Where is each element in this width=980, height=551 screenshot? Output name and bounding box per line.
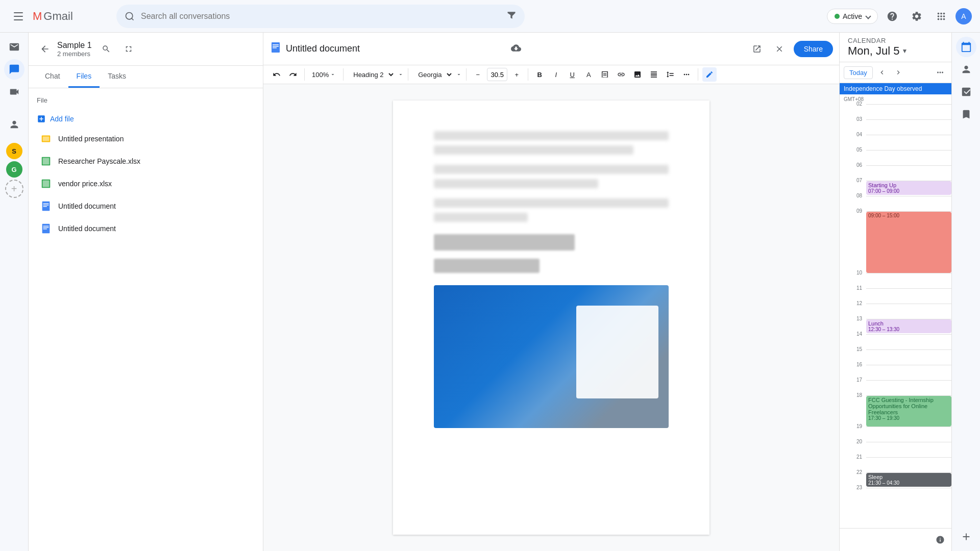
right-nav-tasks-icon[interactable]: [956, 82, 976, 102]
file-more-1[interactable]: [238, 154, 253, 168]
sidebar-tabs: Chat Files Tasks: [29, 66, 263, 88]
underline-button[interactable]: U: [565, 67, 579, 82]
svg-rect-8: [43, 204, 49, 204]
italic-button[interactable]: I: [549, 67, 563, 82]
time-label-09: 09: [840, 208, 866, 214]
insert-image-button[interactable]: [630, 67, 645, 82]
more-options-button[interactable]: [679, 67, 694, 82]
cal-info-button[interactable]: [933, 533, 947, 547]
tab-files[interactable]: Files: [68, 66, 100, 88]
file-item-3[interactable]: Untitled document: [37, 195, 255, 217]
search-input[interactable]: [141, 12, 500, 21]
doc-open-external-button[interactable]: [747, 39, 767, 59]
cal-next-button[interactable]: [891, 65, 905, 80]
share-button[interactable]: Share: [794, 41, 833, 57]
redo-button[interactable]: [286, 67, 300, 82]
file-more-4[interactable]: [238, 221, 253, 236]
event-time-lunch: 12:30 – 13:30: [868, 327, 949, 332]
cal-prev-button[interactable]: [875, 65, 889, 80]
right-nav-plus-icon[interactable]: [956, 527, 976, 547]
font-size-increase-button[interactable]: +: [509, 67, 524, 82]
event-sleep[interactable]: Sleep 21:30 – 04:30: [866, 473, 951, 487]
svg-rect-13: [43, 227, 49, 228]
file-move-2[interactable]: [222, 177, 236, 191]
holiday-bar[interactable]: Independence Day observed: [840, 83, 951, 94]
text-color-button[interactable]: A: [581, 67, 596, 82]
time-label-05: 05: [840, 147, 866, 153]
event-0900-1500[interactable]: 09:00 – 15:00: [866, 212, 951, 273]
svg-rect-9: [43, 205, 49, 205]
cal-today-button[interactable]: Today: [844, 66, 873, 79]
cal-timeline: GMT+08 02 03 04 05 06: [840, 94, 951, 528]
back-button[interactable]: [37, 41, 53, 57]
nav-workspace-g[interactable]: G: [6, 161, 22, 178]
help-button[interactable]: [882, 6, 902, 27]
apps-button[interactable]: [931, 6, 951, 27]
cal-more-button[interactable]: [933, 65, 947, 80]
tab-tasks[interactable]: Tasks: [100, 66, 134, 88]
tab-chat[interactable]: Chat: [37, 66, 68, 88]
doc-content[interactable]: [263, 84, 839, 551]
search-options-icon[interactable]: [506, 10, 517, 22]
right-nav-calendar-icon[interactable]: [956, 37, 976, 57]
file-item-2[interactable]: vendor price.xlsx: [37, 172, 255, 195]
event-time-sleep: 21:30 – 04:30: [868, 480, 949, 486]
zoom-display[interactable]: 100%: [309, 67, 339, 82]
nav-people-icon[interactable]: [4, 114, 24, 135]
event-fcc[interactable]: FCC Guesting - Internship Opportunities …: [866, 396, 951, 427]
font-size-decrease-button[interactable]: −: [471, 67, 485, 82]
file-more-3[interactable]: [238, 199, 253, 213]
font-size-input[interactable]: [487, 68, 507, 81]
doc-close-button[interactable]: [769, 39, 790, 59]
align-button[interactable]: [647, 67, 661, 82]
highlight-button[interactable]: [598, 67, 612, 82]
event-lunch[interactable]: Lunch 12:30 – 13:30: [866, 319, 951, 333]
doc-title[interactable]: Untitled document: [286, 43, 503, 54]
account-avatar[interactable]: A: [955, 8, 972, 24]
undo-button[interactable]: [270, 67, 284, 82]
font-select[interactable]: Georgia: [412, 67, 454, 82]
calendar-sidebar: CALENDAR Mon, Jul 5 ▼ Today Independence…: [839, 33, 951, 551]
content-line-1: [434, 131, 669, 140]
sidebar-search-button[interactable]: [96, 39, 116, 59]
file-item-0[interactable]: Untitled presentation: [37, 128, 255, 150]
cal-header: CALENDAR Mon, Jul 5 ▼: [840, 33, 951, 62]
nav-meet-icon[interactable]: [4, 82, 24, 102]
search-bar[interactable]: [116, 5, 525, 28]
event-starting-up[interactable]: Starting Up 07:00 – 09:00: [866, 181, 951, 195]
file-move-3[interactable]: [222, 199, 236, 213]
time-slot-09: 09 09:00 – 15:00: [840, 211, 951, 273]
right-nav-contacts-icon[interactable]: [956, 59, 976, 80]
file-name-0: Untitled presentation: [58, 135, 217, 143]
gmail-logo[interactable]: M Gmail: [33, 10, 73, 23]
bold-button[interactable]: B: [532, 67, 547, 82]
active-status-badge[interactable]: Active: [827, 9, 878, 24]
time-line-08: [866, 196, 951, 211]
menu-icon[interactable]: [8, 6, 29, 27]
file-more-2[interactable]: [238, 177, 253, 191]
cal-date[interactable]: Mon, Jul 5 ▼: [848, 44, 943, 58]
nav-chat-icon[interactable]: [4, 59, 24, 80]
file-move-1[interactable]: [222, 154, 236, 168]
sidebar-fullscreen-button[interactable]: [118, 39, 139, 59]
settings-button[interactable]: [906, 6, 927, 27]
edit-mode-button[interactable]: [702, 67, 717, 82]
topbar: M Gmail Active A: [0, 0, 980, 33]
add-file-button[interactable]: Add file: [37, 110, 255, 128]
nav-mail-icon[interactable]: [4, 37, 24, 57]
link-button[interactable]: [614, 67, 628, 82]
slides-icon: [39, 132, 53, 146]
time-line-10: [866, 273, 951, 288]
file-item-4[interactable]: Untitled document: [37, 217, 255, 240]
nav-workspace-s[interactable]: S: [6, 143, 22, 159]
file-move-4[interactable]: [222, 221, 236, 236]
time-line-20: [866, 442, 951, 457]
right-nav-keep-icon[interactable]: [956, 104, 976, 124]
time-line-04: [866, 135, 951, 150]
file-more-0[interactable]: [238, 132, 253, 146]
line-spacing-button[interactable]: [663, 67, 677, 82]
file-item-1[interactable]: Researcher Payscale.xlsx: [37, 150, 255, 172]
heading-select[interactable]: Heading 2: [348, 67, 396, 82]
file-move-0[interactable]: [222, 132, 236, 146]
nav-add-workspace[interactable]: +: [5, 180, 23, 198]
